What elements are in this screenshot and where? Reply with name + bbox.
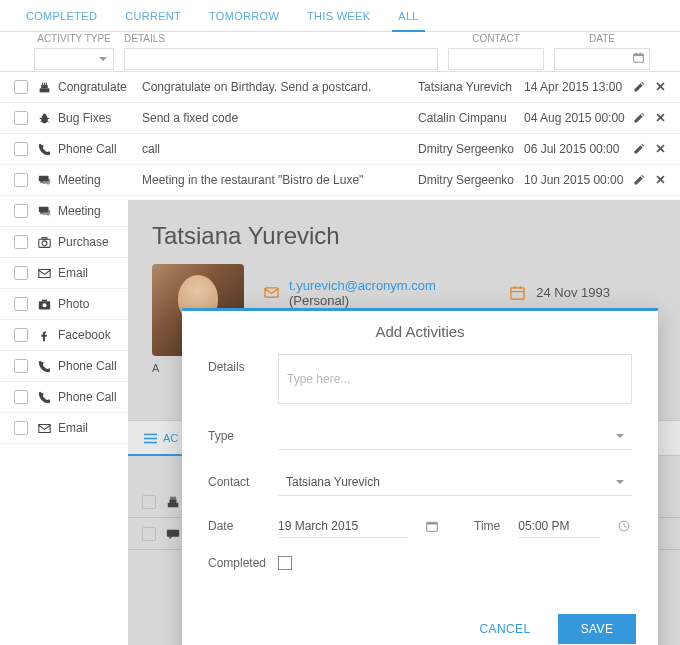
row-checkbox[interactable] bbox=[14, 235, 28, 249]
filter-row: ACTIVITY TYPE DETAILS CONTACT DATE bbox=[0, 32, 680, 72]
add-activity-modal: Add Activities Details Type Contact Tats… bbox=[182, 308, 658, 645]
email-note: (Personal) bbox=[289, 293, 349, 308]
table-row[interactable]: MeetingMeeting in the restaurant "Bistro… bbox=[0, 165, 680, 196]
delete-icon[interactable] bbox=[655, 143, 666, 155]
activity-date: 06 Jul 2015 00:00 bbox=[524, 142, 630, 156]
calendar-icon bbox=[510, 285, 526, 300]
save-button[interactable]: SAVE bbox=[558, 614, 636, 644]
svg-rect-39 bbox=[144, 437, 157, 439]
delete-icon[interactable] bbox=[655, 81, 666, 93]
table-row[interactable]: CongratulateCongratulate on Birthday. Se… bbox=[0, 72, 680, 103]
tab-tomorrow[interactable]: TOMORROW bbox=[195, 0, 293, 31]
activity-contact: Dmitry Sergeenko bbox=[418, 173, 524, 187]
photo-icon bbox=[38, 298, 58, 311]
activity-type-header: ACTIVITY TYPE bbox=[34, 33, 114, 44]
activity-details: Meeting in the restaurant "Bistro de Lux… bbox=[142, 173, 418, 187]
activity-type-select[interactable] bbox=[34, 48, 114, 70]
activity-details: call bbox=[142, 142, 418, 156]
date-header: DATE bbox=[554, 33, 650, 44]
row-checkbox[interactable] bbox=[14, 390, 28, 404]
contact-label: Contact bbox=[208, 475, 278, 489]
edit-icon[interactable] bbox=[633, 143, 645, 155]
svg-line-15 bbox=[40, 120, 42, 121]
type-select[interactable] bbox=[278, 422, 632, 450]
chat-icon bbox=[38, 174, 58, 187]
row-checkbox[interactable] bbox=[14, 142, 28, 156]
row-checkbox[interactable] bbox=[142, 527, 156, 541]
contact-dob: 24 Nov 1993 bbox=[536, 285, 610, 300]
svg-point-27 bbox=[42, 303, 46, 307]
activity-type: Meeting bbox=[58, 173, 142, 187]
table-row[interactable]: Bug FixesSend a fixed codeCatalin Cimpan… bbox=[0, 103, 680, 134]
row-checkbox[interactable] bbox=[14, 204, 28, 218]
calendar-icon[interactable] bbox=[426, 520, 438, 532]
edit-icon[interactable] bbox=[633, 174, 645, 186]
delete-icon[interactable] bbox=[655, 174, 666, 186]
contact-filter-input[interactable] bbox=[448, 48, 544, 70]
svg-rect-40 bbox=[144, 441, 157, 443]
time-input[interactable] bbox=[518, 514, 600, 538]
phone-icon bbox=[38, 143, 58, 156]
row-checkbox[interactable] bbox=[14, 421, 28, 435]
row-checkbox[interactable] bbox=[14, 266, 28, 280]
svg-rect-6 bbox=[42, 82, 43, 84]
activity-details: Send a fixed code bbox=[142, 111, 418, 125]
date-input[interactable] bbox=[278, 514, 408, 538]
svg-rect-44 bbox=[172, 496, 173, 499]
tab-all[interactable]: ALL bbox=[384, 0, 432, 31]
calendar-icon[interactable] bbox=[633, 52, 644, 63]
chat-icon bbox=[166, 527, 180, 541]
activity-filter-tabs: COMPLETED CURRENT TOMORROW THIS WEEK ALL bbox=[0, 0, 680, 32]
svg-rect-7 bbox=[44, 82, 45, 84]
completed-label: Completed bbox=[208, 556, 278, 570]
activity-type: Bug Fixes bbox=[58, 111, 142, 125]
facebook-icon bbox=[38, 329, 58, 342]
row-checkbox[interactable] bbox=[142, 495, 156, 509]
chat-icon bbox=[38, 205, 58, 218]
contact-email[interactable]: t.yurevich@acronym.com bbox=[289, 278, 436, 293]
clock-icon[interactable] bbox=[618, 520, 630, 532]
details-filter-input[interactable] bbox=[124, 48, 438, 70]
activity-contact: Dmitry Sergeenko bbox=[418, 142, 524, 156]
list-icon bbox=[144, 432, 157, 445]
activity-date: 14 Apr 2015 13:00 bbox=[524, 80, 630, 94]
tab-completed[interactable]: COMPLETED bbox=[12, 0, 111, 31]
svg-rect-1 bbox=[634, 54, 644, 56]
details-input[interactable] bbox=[278, 354, 632, 404]
contact-name: Tatsiana Yurevich bbox=[152, 222, 656, 250]
svg-rect-45 bbox=[174, 496, 175, 499]
activity-details: Congratulate on Birthday. Send a postcar… bbox=[142, 80, 418, 94]
tab-this-week[interactable]: THIS WEEK bbox=[293, 0, 384, 31]
row-checkbox[interactable] bbox=[14, 297, 28, 311]
contact-select[interactable]: Tatsiana Yurevich bbox=[278, 468, 632, 496]
cancel-button[interactable]: CANCEL bbox=[466, 614, 544, 644]
type-label: Type bbox=[208, 429, 278, 443]
svg-rect-47 bbox=[427, 522, 438, 524]
row-checkbox[interactable] bbox=[14, 328, 28, 342]
svg-point-12 bbox=[43, 113, 47, 117]
edit-icon[interactable] bbox=[633, 112, 645, 124]
contact-header: CONTACT bbox=[448, 33, 544, 44]
mail-icon bbox=[264, 285, 279, 300]
row-checkbox[interactable] bbox=[14, 359, 28, 373]
details-header: DETAILS bbox=[124, 33, 438, 44]
delete-icon[interactable] bbox=[655, 112, 666, 124]
svg-rect-8 bbox=[46, 82, 47, 84]
row-checkbox[interactable] bbox=[14, 173, 28, 187]
svg-rect-3 bbox=[640, 53, 641, 55]
table-row[interactable]: Phone CallcallDmitry Sergeenko06 Jul 201… bbox=[0, 134, 680, 165]
phone-icon bbox=[38, 360, 58, 373]
camera-icon bbox=[38, 236, 58, 249]
row-checkbox[interactable] bbox=[14, 80, 28, 94]
tab-current[interactable]: CURRENT bbox=[111, 0, 195, 31]
subtab-label: AC bbox=[163, 432, 178, 444]
activity-type: Congratulate bbox=[58, 80, 142, 94]
modal-title: Add Activities bbox=[182, 311, 658, 354]
time-label: Time bbox=[474, 519, 500, 533]
svg-rect-5 bbox=[41, 85, 48, 88]
row-checkbox[interactable] bbox=[14, 111, 28, 125]
completed-checkbox[interactable] bbox=[278, 556, 292, 570]
svg-rect-30 bbox=[511, 288, 524, 299]
svg-rect-41 bbox=[168, 502, 179, 506]
edit-icon[interactable] bbox=[633, 81, 645, 93]
